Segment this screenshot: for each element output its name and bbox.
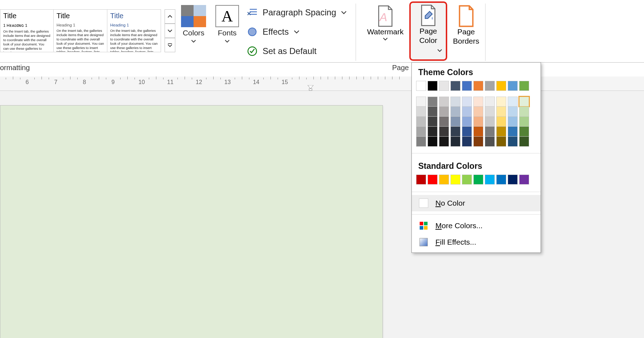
indent-marker-icon[interactable]	[307, 85, 314, 91]
color-swatch[interactable]	[439, 137, 449, 147]
style-gallery-up[interactable]	[165, 9, 175, 24]
style-set-1[interactable]: Title 1 Hᴇᴀᴅɪɴɢ 1 On the Insert tab, the…	[0, 9, 54, 52]
color-swatch[interactable]	[416, 175, 426, 185]
color-swatch[interactable]	[508, 137, 518, 147]
page-borders-icon	[457, 5, 476, 27]
colors-button[interactable]: Colors	[181, 5, 206, 44]
color-swatch[interactable]	[473, 81, 483, 91]
color-swatch[interactable]	[473, 175, 483, 185]
color-swatch[interactable]	[450, 97, 460, 107]
color-swatch[interactable]	[450, 107, 460, 117]
color-swatch[interactable]	[439, 117, 449, 127]
chevron-down-icon	[383, 36, 388, 41]
color-swatch[interactable]	[473, 97, 483, 107]
color-swatch[interactable]	[485, 175, 495, 185]
style-body: On the Insert tab, the galleries include…	[110, 29, 158, 52]
style-gallery-down[interactable]	[165, 24, 175, 38]
color-swatch[interactable]	[496, 117, 506, 127]
fill-effects-item[interactable]: Fill Effects...	[412, 234, 541, 250]
color-swatch[interactable]	[416, 97, 426, 107]
paragraph-spacing-button[interactable]: Paragraph Spacing	[247, 7, 347, 18]
color-swatch[interactable]	[485, 107, 495, 117]
color-swatch[interactable]	[519, 81, 529, 91]
color-swatch[interactable]	[450, 127, 460, 137]
color-swatch[interactable]	[428, 81, 438, 91]
color-swatch[interactable]	[496, 81, 506, 91]
page-color-button[interactable]: Page Color	[409, 1, 447, 61]
color-swatch[interactable]	[519, 107, 529, 117]
color-swatch[interactable]	[450, 175, 460, 185]
color-swatch[interactable]	[519, 117, 529, 127]
color-swatch[interactable]	[439, 127, 449, 137]
color-swatch[interactable]	[462, 117, 472, 127]
color-swatch[interactable]	[462, 97, 472, 107]
style-set-2[interactable]: Title Heading 1 On the Insert tab, the g…	[54, 9, 107, 52]
set-default-button[interactable]: Set as Default	[247, 46, 317, 57]
color-swatch[interactable]	[496, 107, 506, 117]
color-swatch[interactable]	[439, 175, 449, 185]
fonts-button[interactable]: A Fonts	[215, 5, 239, 44]
style-gallery-more[interactable]	[165, 38, 175, 52]
color-swatch[interactable]	[496, 175, 506, 185]
color-swatch[interactable]	[496, 97, 506, 107]
style-gallery[interactable]: Title 1 Hᴇᴀᴅɪɴɢ 1 On the Insert tab, the…	[0, 9, 165, 54]
color-swatch[interactable]	[450, 81, 460, 91]
color-swatch[interactable]	[450, 117, 460, 127]
more-colors-item[interactable]: More Colors...	[412, 217, 541, 234]
color-swatch[interactable]	[485, 81, 495, 91]
color-swatch[interactable]	[496, 137, 506, 147]
theme-color-row	[412, 81, 541, 91]
ruler-number: 14	[253, 79, 259, 85]
color-swatch[interactable]	[508, 175, 518, 185]
color-swatch[interactable]	[416, 107, 426, 117]
color-swatch[interactable]	[462, 81, 472, 91]
color-swatch[interactable]	[519, 127, 529, 137]
color-swatch[interactable]	[462, 107, 472, 117]
color-swatch[interactable]	[473, 127, 483, 137]
color-swatch[interactable]	[416, 127, 426, 137]
ruler[interactable]: 56789101112131415	[0, 77, 644, 91]
color-swatch[interactable]	[508, 97, 518, 107]
color-swatch[interactable]	[485, 127, 495, 137]
color-swatch[interactable]	[462, 127, 472, 137]
color-swatch[interactable]	[519, 97, 529, 107]
group-label-doc-formatting: ormatting	[0, 64, 30, 72]
color-swatch[interactable]	[439, 81, 449, 91]
color-swatch[interactable]	[450, 137, 460, 147]
style-set-3[interactable]: Title Heading 1 On the Insert tab, the g…	[107, 9, 161, 52]
color-swatch[interactable]	[508, 107, 518, 117]
color-swatch[interactable]	[428, 137, 438, 147]
color-swatch[interactable]	[462, 175, 472, 185]
no-color-swatch	[419, 199, 428, 208]
color-swatch[interactable]	[473, 137, 483, 147]
color-swatch[interactable]	[428, 117, 438, 127]
color-swatch[interactable]	[485, 97, 495, 107]
color-swatch[interactable]	[496, 127, 506, 137]
color-swatch[interactable]	[416, 137, 426, 147]
color-swatch[interactable]	[439, 97, 449, 107]
color-swatch[interactable]	[428, 175, 438, 185]
color-swatch[interactable]	[508, 81, 518, 91]
color-swatch[interactable]	[416, 81, 426, 91]
color-swatch[interactable]	[416, 117, 426, 127]
color-swatch[interactable]	[508, 117, 518, 127]
color-swatch[interactable]	[462, 137, 472, 147]
effects-button[interactable]: Effects	[247, 26, 299, 37]
color-swatch[interactable]	[508, 127, 518, 137]
color-swatch[interactable]	[439, 107, 449, 117]
color-swatch[interactable]	[485, 137, 495, 147]
color-swatch[interactable]	[428, 107, 438, 117]
document-page[interactable]	[0, 105, 383, 338]
color-swatch[interactable]	[428, 127, 438, 137]
color-swatch[interactable]	[485, 117, 495, 127]
watermark-button[interactable]: A Watermark	[364, 4, 406, 43]
page-borders-button[interactable]: Page Borders	[450, 4, 482, 48]
effects-label: Effects	[263, 27, 289, 37]
color-swatch[interactable]	[428, 97, 438, 107]
color-swatch[interactable]	[519, 137, 529, 147]
no-color-item[interactable]: No Color	[412, 195, 541, 211]
color-swatch[interactable]	[473, 117, 483, 127]
ruler-number: 10	[138, 79, 145, 85]
color-swatch[interactable]	[473, 107, 483, 117]
color-swatch[interactable]	[519, 175, 529, 185]
